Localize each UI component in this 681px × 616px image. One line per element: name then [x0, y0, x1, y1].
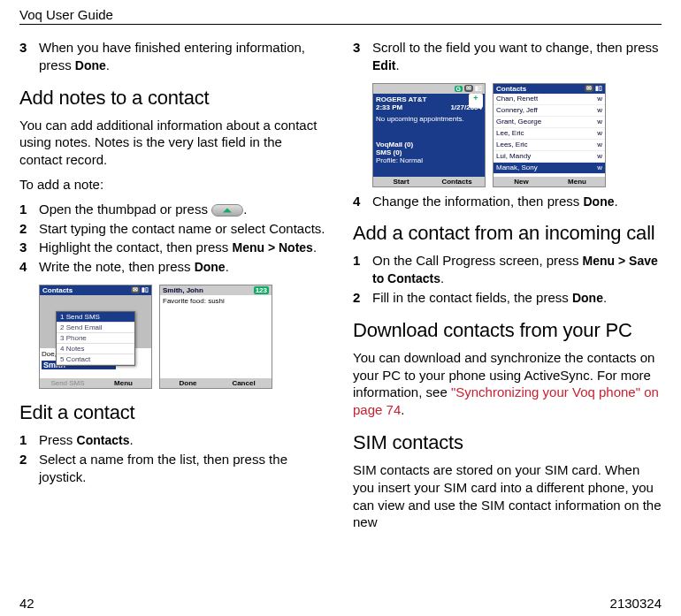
- list-item: 3 Highlight the contact, then press Menu…: [19, 239, 328, 256]
- contact-tag: w: [597, 128, 602, 139]
- softkey-right: Contacts: [429, 177, 485, 186]
- step-number: 3: [19, 239, 39, 256]
- text-run: Scroll to the field you want to change, …: [372, 40, 659, 55]
- contact-name: Lees, Eric: [496, 140, 528, 150]
- step-number: 4: [19, 258, 39, 276]
- signal-icon: ▮▯: [475, 85, 482, 92]
- paragraph: To add a note:: [19, 176, 328, 194]
- bold-run: Contacts: [77, 433, 130, 447]
- text-run: .: [603, 290, 607, 305]
- list-item: 3 When you have finished entering inform…: [19, 39, 328, 74]
- contact-row: Lui, Mandyw: [494, 151, 605, 163]
- right-column: 3 Scroll to the field you want to change…: [353, 34, 662, 538]
- phone-body: Chan, Renettw Connery, Jeffw Grant, Geor…: [494, 94, 605, 177]
- softkey-right: Menu: [549, 177, 605, 186]
- step-number: 3: [19, 39, 39, 57]
- phone-body: + ROGERS AT&T 2:33 PM1/27/2004 No upcomi…: [373, 94, 485, 177]
- heading-add-notes: Add notes to a contact: [19, 87, 328, 110]
- status-pill: ✉: [464, 85, 473, 92]
- paragraph: You can add additional information about…: [19, 117, 328, 169]
- status-icons: ✉▮▯: [131, 286, 149, 293]
- steps-incoming: 1 On the Call Progress screen, press Men…: [353, 252, 662, 306]
- phone-screenshot-contacts-list: Contacts ✉▮▯ Chan, Renettw Connery, Jeff…: [493, 83, 606, 187]
- steps-finish-entering: 3 When you have finished entering inform…: [19, 39, 328, 74]
- step-text: When you have finished entering informat…: [39, 39, 328, 74]
- carrier-text: ROGERS AT&T: [376, 95, 482, 103]
- step-number: 3: [353, 39, 372, 57]
- text-run: Fill in the contact fields, the press: [372, 290, 572, 305]
- phone-screenshot-edit-note: Smith, John 123 Favorite food: sushi Don…: [159, 285, 272, 389]
- profile-text: Profile: Normal: [376, 156, 482, 164]
- heading-incoming: Add a contact from an incoming call: [353, 222, 662, 245]
- screenshots-left: Contacts ✉▮▯ Doe, John Smith 1 Send SMS …: [39, 285, 328, 389]
- menu-item: 2 Send Email: [57, 323, 134, 333]
- phone-titlebar: Contacts ✉▮▯: [494, 84, 605, 94]
- menu-item: 3 Phone: [57, 333, 134, 344]
- context-menu: 1 Send SMS 2 Send Email 3 Phone 4 Notes …: [56, 311, 135, 366]
- status-badge: G: [455, 86, 463, 92]
- step-text: Select a name from the list, then press …: [39, 451, 328, 486]
- title-text: Smith, John: [163, 286, 203, 294]
- appt-text: No upcoming appointments.: [376, 115, 482, 123]
- step-number: 2: [353, 289, 372, 307]
- time-text: 2:33 PM: [376, 103, 402, 111]
- phone-titlebar: Smith, John 123: [160, 285, 272, 295]
- left-column: 3 When you have finished entering inform…: [19, 34, 328, 538]
- contact-row: Lees, Ericw: [494, 140, 605, 151]
- phone-screenshot-home: G✉▮▯ + ROGERS AT&T 2:33 PM1/27/2004 No u…: [372, 83, 486, 187]
- steps-scroll-edit: 3 Scroll to the field you want to change…: [353, 39, 662, 74]
- paragraph-download: You can download and synchronize the con…: [353, 349, 662, 419]
- page-footer: 42 2130324: [19, 596, 662, 611]
- bold-run: Menu > Notes: [232, 240, 312, 255]
- contact-name: Lee, Eric: [496, 128, 524, 139]
- list-item: 4 Change the information, then press Don…: [353, 193, 662, 210]
- step-text: Change the information, then press Done.: [372, 193, 662, 210]
- contact-name: Grant, George: [496, 117, 541, 127]
- list-item: 2 Fill in the contact fields, the press …: [353, 289, 662, 307]
- list-item: 3 Scroll to the field you want to change…: [353, 39, 662, 74]
- page-header: Voq User Guide: [19, 7, 662, 25]
- list-item: 2 Select a name from the list, then pres…: [19, 451, 328, 486]
- contact-name: Mocanu, Iulian: [496, 174, 542, 177]
- page-number: 42: [19, 596, 34, 611]
- text-run: Write the note, then press: [39, 259, 195, 274]
- softkey-left: Send SMS: [40, 378, 96, 388]
- phone-screenshot-contacts-menu: Contacts ✉▮▯ Doe, John Smith 1 Send SMS …: [39, 285, 152, 389]
- bold-run: Done: [583, 194, 614, 209]
- text-run: Open the thumbpad or press: [39, 202, 211, 217]
- step-number: 4: [353, 193, 372, 210]
- step-number: 1: [19, 431, 39, 449]
- text-run: .: [226, 259, 229, 274]
- text-run: .: [401, 402, 404, 417]
- step-text: Open the thumbpad or press .: [39, 201, 328, 218]
- softkeys: Send SMS Menu: [40, 378, 151, 388]
- phone-titlebar: Contacts ✉▮▯: [40, 285, 151, 295]
- phone-body: Favorite food: sushi: [160, 295, 272, 378]
- phone-statusbar: G✉▮▯: [373, 84, 485, 94]
- contact-row: Chan, Renettw: [494, 94, 605, 105]
- step-text: Fill in the contact fields, the press Do…: [372, 289, 662, 307]
- step-text: Scroll to the field you want to change, …: [372, 39, 662, 74]
- text-run: .: [614, 194, 617, 209]
- step-number: 1: [353, 252, 372, 270]
- list-item: 1 On the Call Progress screen, press Men…: [353, 252, 662, 287]
- text-run: Press: [39, 432, 77, 447]
- step-text: Write the note, then press Done.: [39, 258, 328, 276]
- contact-row-selected: Manak, Sonyw: [494, 163, 605, 174]
- contact-row: Mocanu, Iulianw: [494, 174, 605, 177]
- contact-name: Lui, Mandy: [496, 151, 531, 162]
- bold-run: Done: [572, 291, 603, 305]
- text-run: Highlight the contact, then press: [39, 240, 232, 255]
- signal-icon: ▮▯: [595, 85, 602, 92]
- softkeys: Done Cancel: [160, 378, 272, 388]
- heading-download: Download contacts from your PC: [353, 319, 662, 342]
- text-run: .: [243, 202, 247, 217]
- contact-row: Connery, Jeffw: [494, 105, 605, 117]
- list-item: 1 Open the thumbpad or press .: [19, 201, 328, 218]
- text-run: .: [395, 57, 399, 72]
- text-run: Change the information, then press: [372, 194, 583, 209]
- bold-run: Done: [75, 58, 106, 72]
- signal-icon: ▮▯: [142, 286, 149, 293]
- step-text: On the Call Progress screen, press Menu …: [372, 252, 662, 287]
- sms-text: SMS (0): [376, 148, 482, 156]
